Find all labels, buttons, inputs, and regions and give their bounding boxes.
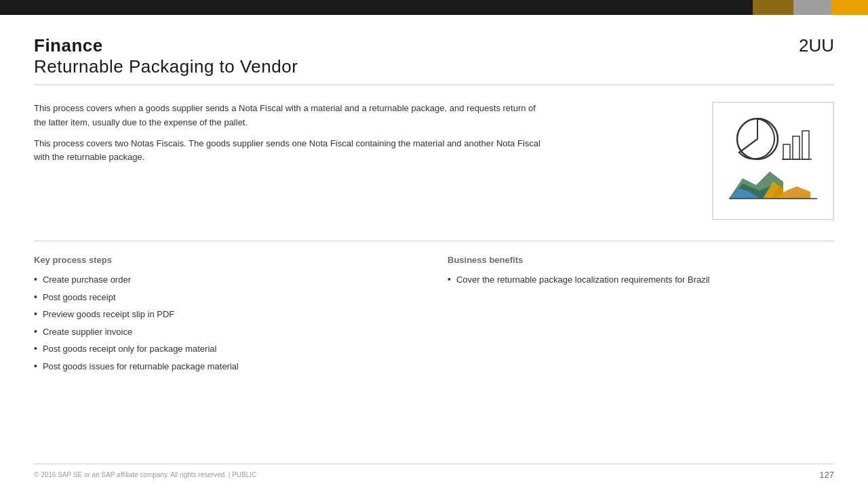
list-item: Post goods receipt bbox=[34, 291, 420, 304]
top-bar-gray-block bbox=[793, 0, 831, 15]
key-process-steps-heading: Key process steps bbox=[34, 255, 420, 265]
page-header: Finance Returnable Packaging to Vendor 2… bbox=[34, 35, 834, 85]
svg-line-2 bbox=[739, 139, 757, 152]
description-area: This process covers when a goods supplie… bbox=[34, 102, 834, 220]
chart-illustration bbox=[712, 102, 834, 220]
header-title-block: Finance Returnable Packaging to Vendor bbox=[34, 35, 298, 77]
footer-page-number: 127 bbox=[819, 470, 834, 480]
top-bar-gold-block bbox=[831, 0, 868, 15]
two-columns: Key process steps Create purchase order … bbox=[34, 255, 834, 378]
description-text-block: This process covers when a goods supplie… bbox=[34, 102, 542, 171]
business-benefits-column: Business benefits Cover the returnable p… bbox=[448, 255, 834, 378]
list-item: Create supplier invoice bbox=[34, 325, 420, 339]
svg-rect-3 bbox=[783, 144, 790, 159]
list-item: Post goods issues for returnable package… bbox=[34, 360, 420, 373]
list-item: Create purchase order bbox=[34, 273, 420, 287]
list-item: Cover the returnable package localizatio… bbox=[448, 273, 834, 287]
page-footer: © 2016 SAP SE or an SAP affiliate compan… bbox=[34, 464, 834, 480]
section-divider bbox=[34, 241, 834, 241]
main-content: Finance Returnable Packaging to Vendor 2… bbox=[0, 15, 868, 391]
title-finance: Finance bbox=[34, 35, 298, 56]
list-item: Post goods receipt only for package mate… bbox=[34, 342, 420, 356]
top-bar-accent bbox=[753, 0, 868, 15]
key-process-steps-list: Create purchase order Post goods receipt… bbox=[34, 273, 420, 373]
svg-rect-5 bbox=[802, 131, 809, 159]
chart-svg bbox=[722, 110, 824, 212]
top-bar bbox=[0, 0, 868, 15]
top-bar-brown-block bbox=[753, 0, 793, 15]
svg-rect-4 bbox=[793, 136, 800, 159]
title-subtitle: Returnable Packaging to Vendor bbox=[34, 56, 298, 77]
header-code: 2UU bbox=[799, 35, 834, 56]
description-paragraph-1: This process covers when a goods supplie… bbox=[34, 102, 542, 130]
business-benefits-heading: Business benefits bbox=[448, 255, 834, 265]
key-process-steps-column: Key process steps Create purchase order … bbox=[34, 255, 420, 378]
footer-copyright: © 2016 SAP SE or an SAP affiliate compan… bbox=[34, 471, 256, 479]
description-paragraph-2: This process covers two Notas Fiscais. T… bbox=[34, 137, 542, 165]
list-item: Preview goods receipt slip in PDF bbox=[34, 308, 420, 321]
business-benefits-list: Cover the returnable package localizatio… bbox=[448, 273, 834, 287]
